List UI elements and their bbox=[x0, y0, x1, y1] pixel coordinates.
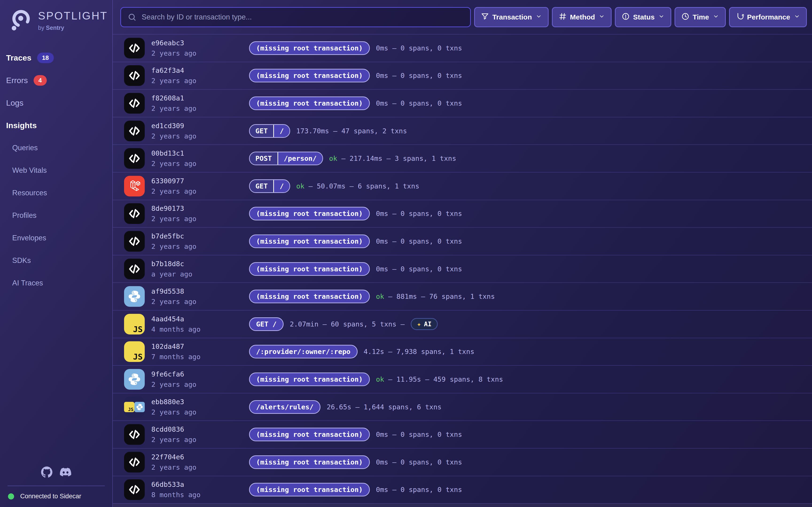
connection-status-text: Connected to Sidecar bbox=[20, 493, 81, 500]
trace-id-block: 22f704e62 years ago bbox=[151, 453, 249, 471]
trace-row[interactable]: JS102da4877 months ago/:provider/:owner/… bbox=[113, 338, 812, 365]
code-icon bbox=[124, 231, 145, 251]
main-panel: TransactionMethodStatusTimePerformance e… bbox=[113, 0, 812, 507]
http-method: GET bbox=[250, 180, 273, 192]
trace-id-block: 66db533a8 months ago bbox=[151, 481, 249, 499]
trace-row[interactable]: 00bd13c12 years agoPOST/person/ok — 217.… bbox=[113, 144, 812, 172]
trace-id: b7b18d8c bbox=[151, 260, 249, 268]
trace-row[interactable]: 8cdd08362 years ago(missing root transac… bbox=[113, 420, 812, 448]
code-icon bbox=[124, 121, 145, 141]
trace-row[interactable]: 633009772 years agoGET/ok — 50.07ms — 6 … bbox=[113, 172, 812, 200]
sidebar-item-profiles[interactable]: Profiles bbox=[0, 204, 112, 227]
search-input[interactable] bbox=[142, 13, 464, 21]
trace-age: 2 years ago bbox=[151, 298, 249, 305]
filter-button-time[interactable]: Time bbox=[674, 7, 725, 27]
app-byline: by Sentry bbox=[38, 24, 108, 31]
transaction-badge: GET / bbox=[249, 317, 284, 331]
sidebar-item-logs[interactable]: Logs bbox=[0, 92, 112, 114]
trace-stats: 0ms — 0 spans, 0 txns bbox=[376, 72, 462, 79]
trace-row[interactable]: e96eabc32 years ago(missing root transac… bbox=[113, 34, 812, 62]
trace-row[interactable]: 66db533a8 months ago(missing root transa… bbox=[113, 476, 812, 504]
filter-button-performance[interactable]: Performance bbox=[729, 7, 807, 27]
sidebar-item-traces[interactable]: Traces18 bbox=[0, 47, 112, 69]
trace-row[interactable]: JSebb880e32 years ago/alerts/rules/26.65… bbox=[113, 393, 812, 420]
trace-row[interactable]: ed1cd3092 years agoGET/173.70ms — 47 spa… bbox=[113, 117, 812, 145]
trace-row-partial[interactable] bbox=[113, 503, 812, 507]
trace-details: POST/person/ok — 217.14ms — 3 spans, 1 t… bbox=[249, 152, 456, 165]
trace-age: 2 years ago bbox=[151, 160, 249, 168]
trace-age: 2 years ago bbox=[151, 105, 249, 112]
filter-button-transaction[interactable]: Transaction bbox=[474, 7, 548, 27]
trace-age: 8 months ago bbox=[151, 491, 249, 499]
trace-row[interactable]: fa62f3a42 years ago(missing root transac… bbox=[113, 62, 812, 90]
ok-status: ok bbox=[376, 292, 384, 300]
sidebar-item-sdks[interactable]: SDKs bbox=[0, 249, 112, 272]
missing-root-transaction-badge: (missing root transaction) bbox=[249, 97, 370, 110]
trace-row[interactable]: b7b18d8ca year ago(missing root transact… bbox=[113, 255, 812, 283]
github-icon[interactable] bbox=[41, 466, 52, 477]
sidebar-item-queries[interactable]: Queries bbox=[0, 136, 112, 159]
trace-row[interactable]: b7de5fbc2 years ago(missing root transac… bbox=[113, 227, 812, 255]
sidebar-item-errors[interactable]: Errors4 bbox=[0, 69, 112, 92]
filter-label: Transaction bbox=[492, 13, 532, 21]
trace-age: 2 years ago bbox=[151, 49, 249, 57]
chevron-down-icon bbox=[598, 13, 605, 21]
trace-stats: 0ms — 0 spans, 0 txns bbox=[376, 44, 462, 52]
trace-row[interactable]: af9d55382 years ago(missing root transac… bbox=[113, 282, 812, 310]
filter-button-status[interactable]: Status bbox=[615, 7, 671, 27]
chevron-down-icon bbox=[712, 13, 719, 21]
spotlight-logo-icon bbox=[9, 8, 33, 32]
trace-details: (missing root transaction)0ms — 0 spans,… bbox=[249, 207, 462, 220]
trace-id-block: 9fe6cfa62 years ago bbox=[151, 370, 249, 388]
missing-root-transaction-badge: (missing root transaction) bbox=[249, 483, 370, 496]
ai-badge: ✦AI bbox=[411, 318, 438, 330]
trace-row[interactable]: 9fe6cfa62 years ago(missing root transac… bbox=[113, 365, 812, 393]
code-icon bbox=[124, 452, 145, 472]
trace-id-block: f82608a12 years ago bbox=[151, 94, 249, 112]
trace-row[interactable]: f82608a12 years ago(missing root transac… bbox=[113, 89, 812, 117]
sidebar-item-ai-traces[interactable]: AI Traces bbox=[0, 272, 112, 294]
trace-id-block: e96eabc32 years ago bbox=[151, 39, 249, 57]
javascript-icon: JS bbox=[124, 341, 145, 362]
filter-button-method[interactable]: Method bbox=[552, 7, 612, 27]
sidebar-item-web-vitals[interactable]: Web Vitals bbox=[0, 159, 112, 182]
sidebar-item-resources[interactable]: Resources bbox=[0, 182, 112, 204]
trace-id: e96eabc3 bbox=[151, 39, 249, 47]
trace-id: 66db533a bbox=[151, 481, 249, 489]
pulse-icon bbox=[736, 12, 744, 22]
trace-stats: 0ms — 0 spans, 0 txns bbox=[376, 237, 462, 245]
sidebar-item-label: Queries bbox=[12, 144, 38, 152]
trace-stats: 4.12s — 7,938 spans, 1 txns bbox=[364, 348, 474, 355]
missing-root-transaction-badge: (missing root transaction) bbox=[249, 455, 370, 469]
sidebar-item-envelopes[interactable]: Envelopes bbox=[0, 227, 112, 249]
trace-row[interactable]: 22f704e62 years ago(missing root transac… bbox=[113, 448, 812, 476]
social-links bbox=[0, 466, 112, 477]
trace-row[interactable]: JS4aad454a4 months agoGET /2.07min — 60 … bbox=[113, 310, 812, 338]
sidebar-item-label: Web Vitals bbox=[12, 166, 47, 175]
trace-details: (missing root transaction)0ms — 0 spans,… bbox=[249, 69, 462, 82]
http-method: GET bbox=[250, 125, 273, 137]
transaction-path: / bbox=[273, 125, 289, 137]
trace-id: f82608a1 bbox=[151, 94, 249, 102]
sidebar-item-label: Profiles bbox=[12, 211, 37, 220]
javascript-icon: JS bbox=[124, 314, 145, 334]
trace-id-block: b7b18d8ca year ago bbox=[151, 260, 249, 278]
trace-stats: ok — 50.07ms — 6 spans, 1 txns bbox=[296, 182, 419, 190]
trace-row[interactable]: 8de901732 years ago(missing root transac… bbox=[113, 200, 812, 227]
trace-age: 2 years ago bbox=[151, 463, 249, 471]
trace-age: 4 months ago bbox=[151, 325, 249, 333]
missing-root-transaction-badge: (missing root transaction) bbox=[249, 428, 370, 441]
footer-divider bbox=[7, 486, 105, 486]
trace-age: 2 years ago bbox=[151, 132, 249, 140]
sidebar: SPOTLIGHT by Sentry Traces18Errors4LogsI… bbox=[0, 0, 113, 507]
trace-age: 2 years ago bbox=[151, 215, 249, 223]
code-icon bbox=[124, 424, 145, 445]
trace-id-block: b7de5fbc2 years ago bbox=[151, 232, 249, 250]
trace-stats: ok — 11.95s — 459 spans, 8 txns bbox=[376, 375, 503, 383]
filter-buttons: TransactionMethodStatusTimePerformance bbox=[474, 7, 807, 27]
trace-details: GET/ok — 50.07ms — 6 spans, 1 txns bbox=[249, 179, 419, 193]
discord-icon[interactable] bbox=[60, 466, 71, 477]
sidebar-item-insights[interactable]: Insights bbox=[0, 114, 112, 136]
trace-stats: 2.07min — 60 spans, 5 txns — bbox=[290, 320, 405, 328]
trace-id: 102da487 bbox=[151, 342, 249, 350]
